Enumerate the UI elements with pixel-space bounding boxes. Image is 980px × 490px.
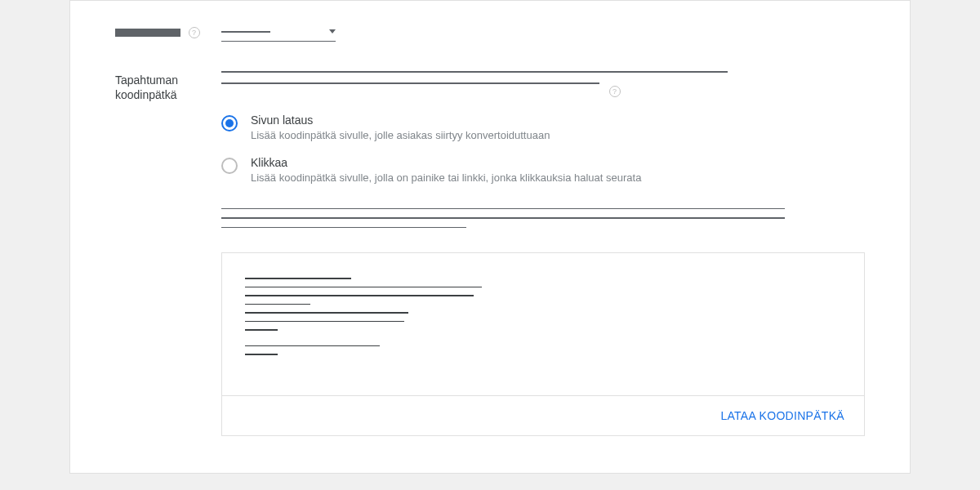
download-snippet-button[interactable]: LATAA KOODINPÄTKÄ bbox=[720, 409, 844, 422]
snippet-trigger-radio-group: Sivun lataus Lisää koodinpätkä sivulle, … bbox=[221, 114, 865, 184]
radio-click[interactable]: Klikkaa Lisää koodinpätkä sivulle, jolla… bbox=[221, 156, 865, 184]
radio-title: Sivun lataus bbox=[251, 114, 550, 127]
code-snippet-content[interactable] bbox=[222, 253, 864, 395]
code-snippet-box: LATAA KOODINPÄTKÄ bbox=[221, 252, 865, 436]
help-icon[interactable]: ? bbox=[189, 27, 200, 38]
radio-page-load[interactable]: Sivun lataus Lisää koodinpätkä sivulle, … bbox=[221, 114, 865, 141]
radio-description: Lisää koodinpätkä sivulle, jolle asiakas… bbox=[251, 129, 550, 141]
radio-button-icon bbox=[221, 115, 238, 131]
help-icon[interactable]: ? bbox=[609, 86, 621, 97]
top-field-label: ? bbox=[115, 24, 221, 38]
radio-button-icon bbox=[221, 158, 238, 174]
chevron-down-icon bbox=[329, 29, 336, 33]
section-label: Tapahtuman koodinpätkä bbox=[115, 73, 221, 102]
instruction-text bbox=[221, 208, 865, 229]
dropdown-value-placeholder bbox=[221, 31, 270, 33]
radio-description: Lisää koodinpätkä sivulle, jolla on pain… bbox=[251, 172, 641, 184]
radio-title: Klikkaa bbox=[251, 156, 641, 169]
settings-panel: ? Tapahtuman koodinpätkä ? bbox=[69, 0, 911, 474]
section-description: ? bbox=[221, 71, 865, 97]
top-dropdown[interactable] bbox=[221, 24, 336, 42]
